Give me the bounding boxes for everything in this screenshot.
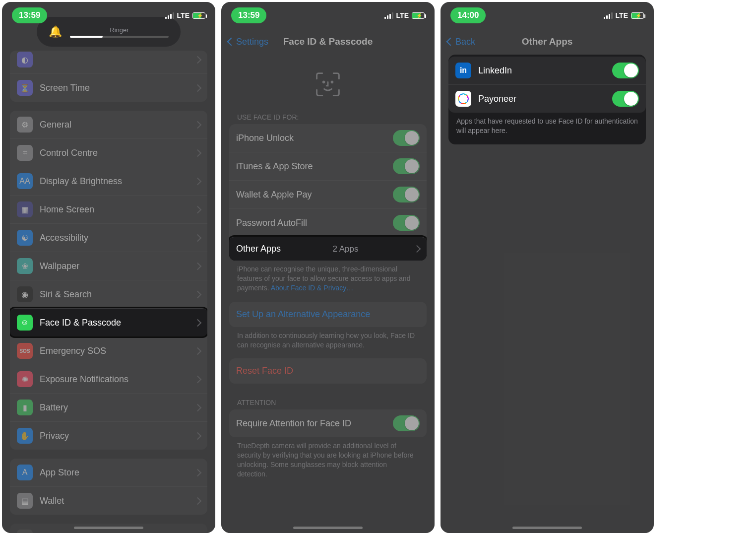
cellular-signal-icon [384,12,393,19]
back-button[interactable]: Settings [228,37,268,47]
row-wallpaper[interactable]: ❀Wallpaper [10,252,207,280]
row-label: Control Centre [40,148,98,158]
chevron-right-icon [195,496,200,506]
row-siri[interactable]: ◉Siri & Search [10,280,207,308]
toggle-require-attention[interactable]: Require Attention for Face ID [229,409,427,437]
switch[interactable] [393,215,420,231]
toggle-iphone-unlock[interactable]: iPhone Unlock [229,124,427,152]
toggle-payoneer[interactable]: Payoneer [448,84,646,113]
toggle-linkedin[interactable]: in LinkedIn [448,57,646,84]
switches-icon: ⌗ [17,145,33,161]
hourglass-icon: ⏳ [17,80,33,96]
home-indicator[interactable] [293,527,363,529]
row-general[interactable]: ⚙General [10,111,207,138]
row-label: Screen Time [40,83,90,93]
chevron-right-icon [195,261,200,271]
row-label: General [40,120,71,130]
row-screen-time[interactable]: ⏳ Screen Time [10,73,207,102]
siri-icon: ◉ [17,286,33,302]
faceid-glyph [313,69,343,99]
chevron-right-icon [195,346,200,356]
row-emergency-sos[interactable]: SOSEmergency SOS [10,336,207,365]
row-label: Home Screen [40,204,94,215]
chevron-left-icon [447,37,453,47]
switch[interactable] [393,158,420,174]
linkedin-icon: in [455,63,471,78]
hand-icon: ✋ [17,428,33,444]
row-accessibility[interactable]: ☯Accessibility [10,223,207,252]
row-label: iTunes & App Store [236,161,313,172]
switch[interactable] [393,187,420,202]
chevron-right-icon [414,244,420,254]
other-apps-content[interactable]: in LinkedIn Payoneer Apps that have requ… [441,55,654,144]
network-label: LTE [177,11,189,19]
chevron-right-icon [195,468,200,478]
switch[interactable] [393,130,420,146]
row-privacy[interactable]: ✋Privacy [10,421,207,450]
switch[interactable] [612,63,639,78]
row-other-apps[interactable]: Other Apps 2 Apps [229,237,427,261]
home-indicator[interactable] [74,527,143,529]
cellular-signal-icon [604,12,613,19]
toggle-autofill[interactable]: Password AutoFill [229,208,427,237]
row-battery[interactable]: ▮Battery [10,393,207,421]
row-label: Siri & Search [40,289,92,300]
chevron-right-icon [195,83,200,93]
time-pill: 13:59 [12,7,47,23]
page-title: Face ID & Passcode [283,36,373,47]
row-label: Emergency SOS [40,346,106,356]
appstore-icon: A [17,465,33,480]
chevron-right-icon [195,120,200,130]
reset-faceid-button[interactable]: Reset Face ID [229,358,427,384]
switch[interactable] [612,91,639,107]
row-label: iPhone Unlock [236,133,294,143]
faceid-content[interactable]: USE FACE ID FOR: iPhone Unlock iTunes & … [221,104,435,479]
row-control-centre[interactable]: ⌗Control Centre [10,138,207,167]
chevron-right-icon [195,374,200,385]
accessibility-icon: ☯ [17,230,33,246]
row-label: Wallpaper [40,261,79,271]
svg-point-0 [323,81,324,83]
row-wallet[interactable]: ▤Wallet [10,486,207,515]
battery-icon: ⚡ [192,12,205,19]
chevron-right-icon [195,402,200,413]
row-label: Password AutoFill [236,218,307,228]
row-label: Face ID & Passcode [40,318,121,328]
setup-alt-appearance-button[interactable]: Set Up an Alternative Appearance [229,302,427,327]
svg-point-1 [331,81,333,83]
row-exposure[interactable]: ✺Exposure Notifications [10,365,207,393]
ringer-slider[interactable] [70,36,169,38]
home-indicator[interactable] [512,527,582,529]
screen-faceid-settings: 13:59 LTE ⚡ Settings Face ID & Passcode … [221,2,435,533]
switch[interactable] [393,415,420,431]
back-label: Back [455,37,475,47]
battery-row-icon: ▮ [17,400,33,415]
battery-icon: ⚡ [412,12,425,19]
footer-text: In addition to continuously learning how… [229,327,427,350]
row-display[interactable]: AADisplay & Brightness [10,167,207,195]
row-label: Wallet & Apple Pay [236,190,312,200]
toggle-wallet[interactable]: Wallet & Apple Pay [229,180,427,208]
toggle-itunes[interactable]: iTunes & App Store [229,152,427,180]
row-home-screen[interactable]: ▦Home Screen [10,195,207,223]
chevron-left-icon [228,37,234,47]
row-face-id-passcode[interactable]: ☺Face ID & Passcode [10,308,207,336]
row-label: App Store [40,468,79,478]
network-label: LTE [616,11,628,19]
settings-group-apps: AApp Store ▤Wallet [10,459,207,515]
about-faceid-link[interactable]: About Face ID & Privacy… [271,284,354,292]
row-label: Exposure Notifications [40,374,128,385]
row-label: Wallet [40,496,64,506]
page-title: Other Apps [522,36,573,47]
footer-text: TrueDepth camera will provide an additio… [229,437,427,479]
row-label: Require Attention for Face ID [236,418,351,429]
settings-scroll[interactable]: ◐ Focus ⏳ Screen Time ⚙General ⌗Control … [2,51,215,533]
text-size-icon: AA [17,173,33,189]
chevron-right-icon [195,318,200,328]
back-button[interactable]: Back [447,37,475,47]
chevron-right-icon [195,233,200,243]
row-detail: 2 Apps [333,244,359,254]
row-focus[interactable]: ◐ Focus [10,51,207,73]
row-app-store[interactable]: AApp Store [10,459,207,486]
section-header: ATTENTION [229,384,427,409]
